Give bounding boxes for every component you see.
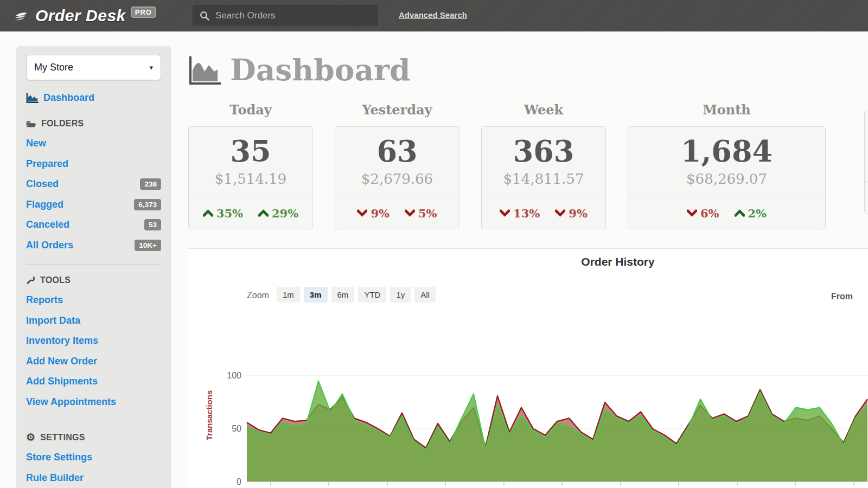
- sidebar-item-view-appointments[interactable]: View Appointments: [26, 392, 161, 413]
- count-badge: 238: [140, 178, 161, 190]
- folder-icon: [26, 120, 36, 128]
- stat-amount: $2,679.66: [335, 171, 459, 187]
- stat-period-label: Today: [188, 102, 313, 118]
- stat-count: 63: [335, 137, 459, 166]
- logo[interactable]: Order Desk PRO: [14, 0, 156, 31]
- stat-count: 35: [189, 137, 312, 166]
- sidebar-item-add-new-order[interactable]: Add New Order: [26, 351, 161, 372]
- trend-value: 9%: [371, 207, 390, 220]
- stat-period-label: Week: [481, 102, 606, 118]
- sidebar-item-new[interactable]: New: [26, 133, 161, 154]
- search-input[interactable]: [214, 10, 371, 22]
- sidebar-item-store-settings[interactable]: Store Settings: [26, 447, 161, 468]
- sidebar-item-dashboard[interactable]: Dashboard: [26, 92, 161, 104]
- trend-down-icon: [687, 209, 697, 217]
- trend-up-icon: [735, 209, 745, 217]
- chevron-down-icon: ▾: [149, 63, 153, 72]
- trend-up: 2%: [735, 207, 767, 220]
- stat-amount: $14,811.57: [482, 171, 605, 187]
- section-list: Store SettingsRule Builder: [26, 447, 161, 488]
- order-history-chart[interactable]: [188, 249, 868, 488]
- sidebar-item-flagged[interactable]: Flagged6,373: [26, 195, 161, 215]
- sidebar-item-import-data[interactable]: Import Data: [26, 311, 161, 331]
- sidebar-item-label: Add New Order: [26, 356, 97, 367]
- sidebar-item-label: Canceled: [26, 219, 69, 230]
- section-header-tools: TOOLS: [26, 275, 161, 285]
- stat-month: Month1,684$68,269.076%2%: [628, 102, 826, 229]
- trend-down-icon: [555, 209, 565, 217]
- section-header-folders: FOLDERS: [26, 119, 161, 129]
- stat-amount: $68,269.07: [628, 171, 825, 187]
- search-icon: [200, 11, 209, 21]
- sidebar-item-label: New: [26, 138, 46, 149]
- trend-value: 35%: [216, 207, 243, 220]
- count-badge: 53: [144, 219, 161, 230]
- stat-trends: 13%9%: [482, 197, 605, 229]
- sidebar-item-reports[interactable]: Reports: [26, 290, 161, 311]
- stat-trends: 6%2%: [628, 197, 825, 229]
- trend-down: 9%: [555, 207, 588, 220]
- sidebar-item-label: Store Settings: [26, 452, 92, 463]
- stat-trends: 35%29%: [189, 197, 312, 229]
- sidebar-item-label: All Orders: [26, 240, 73, 251]
- logo-wing-icon: [14, 9, 30, 23]
- count-badge: 6,373: [134, 199, 161, 210]
- section-header-settings: ⚙SETTINGS: [26, 432, 161, 442]
- trend-down: 9%: [357, 207, 390, 220]
- trend-value: 6%: [700, 207, 719, 220]
- stat-card: [864, 111, 868, 214]
- stat-today: Today35$1,514.1935%29%: [188, 102, 313, 229]
- sidebar-item-label: Rule Builder: [26, 472, 84, 484]
- stat-period-label: Month: [628, 102, 826, 118]
- trend-down-icon: [357, 209, 367, 217]
- store-selector[interactable]: My Store ▾: [26, 55, 161, 80]
- sidebar-item-add-shipments[interactable]: Add Shipments: [26, 371, 161, 392]
- trend-value: 5%: [418, 207, 437, 220]
- sidebar-item-closed[interactable]: Closed238: [26, 174, 161, 195]
- sidebar-section-settings: ⚙SETTINGSStore SettingsRule Builder: [26, 421, 161, 488]
- sidebar-item-all-orders[interactable]: All Orders10K+: [26, 235, 161, 256]
- stat-week: Week363$14,811.5713%9%: [481, 102, 606, 229]
- stat-amount: $1,514.19: [189, 171, 312, 187]
- sidebar-item-canceled[interactable]: Canceled53: [26, 215, 161, 235]
- stat-yesterday: Yesterday63$2,679.669%5%: [335, 102, 459, 229]
- count-badge: 10K+: [135, 240, 161, 251]
- sidebar-item-inventory-items[interactable]: Inventory Items: [26, 331, 161, 351]
- stat-count: 363: [482, 137, 605, 166]
- trend-down-icon: [405, 209, 415, 217]
- trend-up-icon: [258, 209, 269, 217]
- trend-down: 6%: [687, 207, 719, 220]
- gear-icon: ⚙: [26, 432, 35, 442]
- advanced-search-link[interactable]: Advanced Search: [399, 10, 467, 20]
- stat-period-label: Yesterday: [335, 102, 459, 118]
- sidebar-section-folders: FOLDERSNewPreparedClosed238Flagged6,373C…: [26, 119, 161, 255]
- trend-value: 2%: [748, 207, 767, 220]
- stat-card: 1,684$68,269.076%2%: [628, 126, 826, 229]
- sidebar-item-prepared[interactable]: Prepared: [26, 154, 161, 175]
- sidebar-item-rule-builder[interactable]: Rule Builder: [26, 468, 161, 488]
- stat-card: 363$14,811.5713%9%: [481, 126, 606, 229]
- stat-partial: [864, 102, 868, 214]
- green-series-area: [247, 381, 867, 482]
- section-title: TOOLS: [40, 275, 71, 285]
- sidebar-item-label: Flagged: [26, 199, 63, 210]
- sidebar-section-tools: TOOLSReportsImport DataInventory ItemsAd…: [26, 264, 161, 412]
- trend-down-icon: [500, 209, 510, 217]
- page-title: Dashboard: [230, 52, 411, 87]
- pro-badge: PRO: [131, 7, 156, 18]
- section-title: SETTINGS: [40, 433, 85, 442]
- sidebar-item-label: Add Shipments: [26, 376, 98, 387]
- sidebar-item-label: Dashboard: [43, 92, 94, 104]
- search-box[interactable]: [193, 5, 378, 25]
- sidebar-item-label: Closed: [26, 178, 59, 190]
- trend-down: 13%: [500, 207, 540, 220]
- section-list: ReportsImport DataInventory ItemsAdd New…: [26, 290, 161, 412]
- trend-up-icon: [203, 209, 213, 217]
- stat-card: 63$2,679.669%5%: [335, 126, 459, 229]
- stat-trends: 9%5%: [335, 197, 459, 229]
- logo-text: Order Desk: [35, 7, 126, 25]
- trend-up: 29%: [258, 207, 298, 220]
- trend-value: 9%: [569, 207, 588, 220]
- sidebar-item-label: Import Data: [26, 315, 80, 326]
- stat-count: 1,684: [628, 137, 825, 166]
